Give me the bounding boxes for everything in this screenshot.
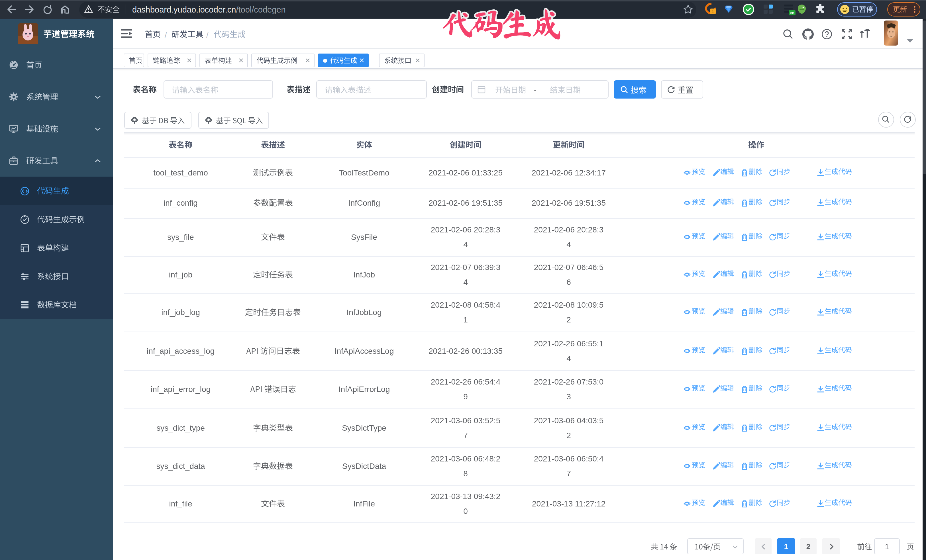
svg-text:1: 1: [712, 9, 714, 14]
svg-text:on: on: [790, 11, 794, 15]
